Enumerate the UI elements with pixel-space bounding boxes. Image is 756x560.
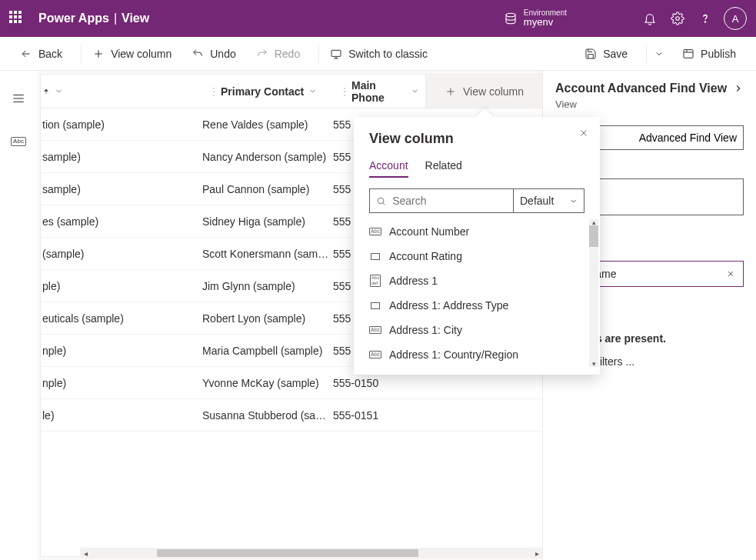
- field-type-icon: [369, 253, 381, 260]
- environment-name: myenv: [524, 17, 567, 28]
- cell-name: es (sample): [41, 215, 202, 228]
- undo-button[interactable]: Undo: [185, 42, 241, 66]
- panel-expand-icon[interactable]: [733, 83, 744, 94]
- column-option[interactable]: AbcAddress 1: City: [354, 318, 600, 342]
- app-header: Power Apps|View Environment myenv A: [0, 0, 756, 37]
- horizontal-scrollbar[interactable]: ◂ ▸: [80, 548, 542, 558]
- cell-contact: Nancy Anderson (sample): [202, 151, 333, 163]
- search-input[interactable]: [392, 195, 507, 207]
- cell-contact: Jim Glynn (sample): [202, 280, 333, 292]
- save-dropdown[interactable]: [651, 42, 673, 66]
- search-icon: [376, 195, 386, 207]
- column-option-label: Address 1: City: [389, 324, 462, 336]
- cell-contact: Yvonne McKay (sample): [202, 377, 333, 389]
- cell-contact: Maria Campbell (sample): [202, 345, 333, 357]
- cell-name: ple): [41, 280, 202, 292]
- cell-phone: 555-0151: [333, 409, 425, 422]
- hamburger-icon[interactable]: [6, 86, 31, 111]
- cell-name: sample): [41, 151, 202, 163]
- column-option[interactable]: AbcAddress 1: Country/Region: [354, 342, 600, 367]
- field-type-icon: Abc: [369, 351, 381, 358]
- remove-sort-icon[interactable]: [726, 269, 735, 278]
- app-launcher-icon[interactable]: [9, 11, 25, 26]
- table-row[interactable]: le) Susanna Stubberod (samp... 555-0151: [41, 399, 542, 432]
- cell-name: sample): [41, 183, 202, 195]
- cell-name: (sample): [41, 248, 202, 260]
- popover-scrollbar[interactable]: ▴ ▾: [589, 219, 598, 367]
- cell-contact: Rene Valdes (sample): [202, 118, 333, 131]
- svg-rect-4: [684, 49, 693, 58]
- add-column-button[interactable]: View column: [425, 75, 542, 108]
- switch-to-classic-button[interactable]: Switch to classic: [324, 42, 434, 66]
- grid-header: ⋮Primary Contact ⋮Main Phone View column: [41, 75, 542, 108]
- view-column-popover: View column Account Related Default AbcA…: [354, 117, 600, 375]
- column-header-primary-contact[interactable]: ⋮Primary Contact: [202, 85, 333, 98]
- column-option-label: Address 1: Address Type: [389, 299, 508, 312]
- cell-name: nple): [41, 345, 202, 357]
- command-bar: Back View column Undo Redo Switch to cla…: [0, 37, 756, 71]
- svg-point-0: [506, 13, 515, 17]
- cell-contact: Scott Konersmann (sample): [202, 248, 333, 260]
- tab-account[interactable]: Account: [369, 159, 408, 178]
- tab-related[interactable]: Related: [425, 159, 462, 178]
- svg-point-2: [704, 22, 705, 22]
- column-option-label: Address 1: Country/Region: [389, 348, 518, 361]
- back-button[interactable]: Back: [14, 42, 68, 66]
- panel-title: Account Advanced Find View: [555, 82, 727, 95]
- cell-name: le): [41, 409, 202, 422]
- save-button[interactable]: Save: [578, 42, 634, 66]
- svg-rect-3: [331, 50, 341, 56]
- column-option[interactable]: Account Rating: [354, 244, 600, 268]
- column-header-main-phone[interactable]: ⋮Main Phone: [333, 79, 425, 104]
- column-option-label: Account Number: [389, 225, 469, 238]
- svg-point-5: [378, 198, 384, 204]
- environment-label: Environment: [524, 8, 567, 17]
- popover-title: View column: [369, 131, 584, 147]
- column-option-label: Address 1: [389, 275, 438, 287]
- column-option[interactable]: Address 1: Address Type: [354, 293, 600, 318]
- cell-contact: Susanna Stubberod (samp...: [202, 409, 333, 422]
- settings-icon[interactable]: [664, 0, 691, 37]
- column-header-name[interactable]: [41, 86, 202, 97]
- cell-phone: 555-0150: [333, 377, 425, 389]
- filter-dropdown[interactable]: Default: [513, 189, 584, 212]
- field-type-icon: Abcdef: [369, 275, 381, 286]
- cell-contact: Paul Cannon (sample): [202, 183, 333, 195]
- notifications-icon[interactable]: [636, 0, 664, 37]
- app-title: Power Apps|View: [38, 12, 149, 25]
- cell-contact: Robert Lyon (sample): [202, 312, 333, 325]
- environment-icon: [504, 12, 518, 25]
- cell-name: euticals (sample): [41, 312, 202, 325]
- avatar[interactable]: A: [724, 7, 747, 30]
- help-icon[interactable]: [691, 0, 719, 37]
- field-type-icon: [369, 302, 381, 309]
- field-type-icon: Abc: [369, 228, 381, 235]
- fields-icon[interactable]: Abc: [6, 129, 31, 154]
- column-option[interactable]: AbcAccount Number: [354, 219, 600, 244]
- cell-contact: Sidney Higa (sample): [202, 215, 333, 228]
- close-icon[interactable]: [578, 128, 589, 138]
- column-option[interactable]: AbcdefAddress 1: [354, 268, 600, 293]
- environment-picker[interactable]: Environment myenv: [504, 8, 567, 28]
- publish-button[interactable]: Publish: [676, 42, 742, 66]
- cell-name: tion (sample): [41, 118, 202, 131]
- left-rail: Abc: [0, 71, 37, 560]
- view-column-button[interactable]: View column: [86, 42, 178, 66]
- redo-button: Redo: [250, 42, 306, 66]
- cell-name: nple): [41, 377, 202, 389]
- column-option-label: Account Rating: [389, 250, 462, 262]
- svg-point-1: [676, 17, 680, 21]
- panel-subtitle: View: [555, 98, 744, 110]
- field-type-icon: Abc: [369, 326, 381, 334]
